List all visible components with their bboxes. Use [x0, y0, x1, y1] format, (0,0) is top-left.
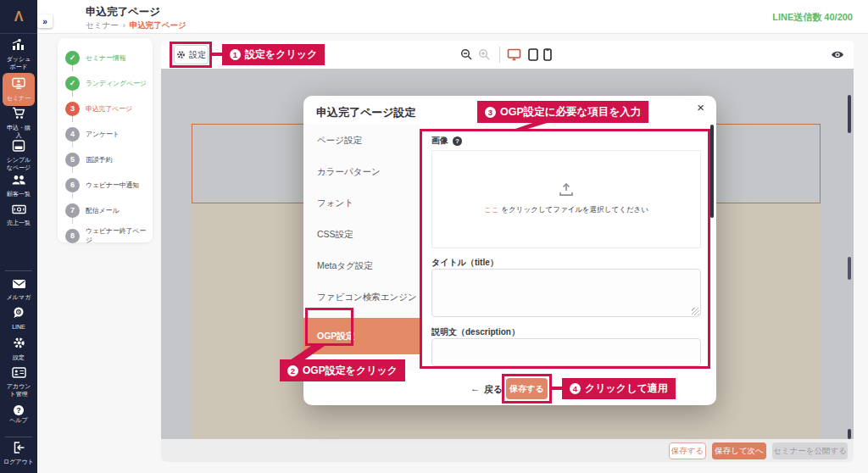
- back-button-label: 戻る: [484, 383, 503, 396]
- sidebar-item-orders[interactable]: 申込・購 入: [0, 107, 37, 139]
- sidebar-item-label: 申込・購 入: [7, 125, 31, 139]
- preview-eye-icon[interactable]: [830, 47, 844, 62]
- annotation-connector-1: [212, 53, 222, 56]
- step-label: セミナー情報: [86, 53, 125, 63]
- app-window: 申込完了ページ セミナー › 申込完了ページ LINE送信数 40/200 Λ …: [0, 0, 868, 473]
- line-send-counter: LINE送信数 40/200: [772, 11, 853, 24]
- zoom-out-icon[interactable]: [459, 47, 474, 62]
- step-label: ウェビナー中通知: [86, 181, 139, 190]
- dashboard-icon: [12, 39, 25, 54]
- banknote-icon: [12, 203, 26, 218]
- step-connector: [72, 116, 74, 122]
- annotation-label-3: 3 OGP設定に必要な項目を入力: [477, 101, 648, 123]
- step-number: 6: [65, 178, 80, 192]
- sidebar-divider: [5, 437, 32, 437]
- sidebar-item-simple-page[interactable]: シンプル なページ: [0, 140, 37, 171]
- people-icon: [11, 174, 26, 189]
- modal-title: 申込完了ページ設定: [316, 105, 416, 120]
- sidebar-divider: [5, 270, 32, 271]
- question-icon: ?: [14, 405, 24, 415]
- step-check-icon: ✓: [65, 76, 80, 91]
- step-label: ウェビナー終了ページ: [86, 226, 153, 245]
- annotation-box-2: [305, 308, 353, 346]
- sidebar-item-seminar[interactable]: セミナー: [3, 73, 35, 106]
- save-button[interactable]: 保存する: [669, 442, 706, 459]
- step-connector: [72, 91, 74, 97]
- sidebar-item-account[interactable]: アカウン ト管理: [0, 366, 37, 398]
- back-arrow-icon: ←: [470, 383, 480, 396]
- preview-scrollbar-thumb[interactable]: [848, 257, 851, 280]
- breadcrumb: セミナー › 申込完了ページ: [86, 20, 186, 31]
- step-label: 申込完了ページ: [86, 104, 132, 114]
- mail-icon: [12, 277, 26, 292]
- modal-menu-css[interactable]: CSS設定: [303, 219, 420, 250]
- sidebar-item-customers[interactable]: 顧客一覧: [0, 174, 37, 198]
- zoom-in-icon[interactable]: [477, 47, 492, 62]
- step-connector: [72, 218, 74, 224]
- step-label: アンケート: [86, 130, 120, 139]
- step-number: 3: [65, 102, 80, 116]
- sidebar-item-label: アカウン ト管理: [7, 383, 31, 398]
- modal-scrollbar-thumb[interactable]: [710, 125, 714, 218]
- sidebar-item-label: 売上一覧: [7, 220, 31, 227]
- modal-menu-meta-tag[interactable]: Metaタグ設定: [303, 250, 420, 281]
- sidebar-item-sales[interactable]: 売上一覧: [0, 203, 37, 227]
- sidebar-item-dashboard[interactable]: ダッシュ ボード: [0, 39, 37, 70]
- step-check-icon: ✓: [65, 51, 80, 65]
- sidebar-item-label: 設定: [13, 354, 25, 362]
- sidebar-item-help[interactable]: ? ヘルプ: [0, 405, 37, 425]
- preview-scrollbar-thumb[interactable]: [848, 429, 851, 439]
- step-connector: [72, 192, 74, 198]
- chat-bubble-icon: [13, 307, 25, 322]
- annotation-number: 3: [485, 107, 496, 118]
- back-button[interactable]: ← 戻る: [470, 383, 503, 396]
- modal-menu-color-pattern[interactable]: カラーパターン: [303, 156, 420, 187]
- mobile-view-icon[interactable]: [540, 47, 554, 62]
- annotation-label-1: 1 設定をクリック: [222, 44, 325, 65]
- gear-icon: [13, 337, 25, 353]
- sidebar-item-label: シンプル なページ: [7, 157, 31, 171]
- logout-icon: [13, 442, 25, 457]
- step-label: 面談予約: [86, 155, 112, 164]
- annotation-label-4: 4 クリックして適用: [562, 378, 676, 399]
- toolbar-divider: [499, 47, 500, 63]
- breadcrumb-root[interactable]: セミナー: [86, 20, 119, 31]
- step-connector: [72, 65, 74, 71]
- sidebar-item-label: ログアウト: [3, 459, 34, 466]
- annotation-text: OGP設定に必要な項目を入力: [500, 105, 641, 120]
- breadcrumb-separator: ›: [123, 20, 125, 31]
- step-number: 4: [65, 127, 80, 142]
- sidebar-item-label: LINE: [12, 324, 25, 331]
- modal-menu-page-settings[interactable]: ページ設定: [303, 125, 420, 156]
- sidebar-item-label: 顧客一覧: [7, 191, 31, 198]
- sidebar-item-mailmag[interactable]: メルマガ: [0, 277, 37, 302]
- sidebar-item-line[interactable]: LINE: [0, 307, 37, 331]
- annotation-number: 4: [570, 383, 581, 394]
- annotation-connector-4: [552, 387, 562, 390]
- sidebar-item-label: ダッシュ ボード: [7, 56, 31, 70]
- sidebar-item-label: メルマガ: [7, 294, 31, 302]
- step-connector: [72, 142, 74, 147]
- step-webinar-end[interactable]: 8 ウェビナー終了ページ: [58, 223, 153, 248]
- sidebar-item-settings[interactable]: 設定: [0, 337, 37, 362]
- tablet-view-icon[interactable]: [526, 47, 540, 62]
- sidebar-item-logout[interactable]: ログアウト: [0, 442, 37, 466]
- page-title: 申込完了ページ: [86, 5, 160, 19]
- page-card-icon: [12, 140, 25, 155]
- annotation-box-3: [420, 129, 710, 369]
- close-icon[interactable]: ×: [697, 100, 704, 114]
- preview-scrollbar-thumb[interactable]: [848, 95, 851, 133]
- step-number: 8: [65, 229, 80, 243]
- publish-seminar-button[interactable]: セミナーを公開する: [772, 442, 848, 459]
- desktop-view-icon[interactable]: [507, 47, 521, 62]
- modal-menu-font[interactable]: フォント: [303, 187, 420, 219]
- step-connector: [72, 167, 74, 173]
- seminar-icon: [12, 77, 25, 93]
- annotation-text: OGP設定をクリック: [303, 364, 398, 378]
- sidebar: Λ ダッシュ ボード セミナー 申込・購 入 シンプル なページ: [0, 0, 37, 473]
- sidebar-item-label: ヘルプ: [9, 417, 28, 425]
- save-and-next-button[interactable]: 保存して次へ: [712, 442, 766, 459]
- sidebar-collapse-button[interactable]: »: [37, 14, 53, 28]
- app-logo[interactable]: Λ: [0, 0, 37, 34]
- step-number: 7: [65, 203, 80, 218]
